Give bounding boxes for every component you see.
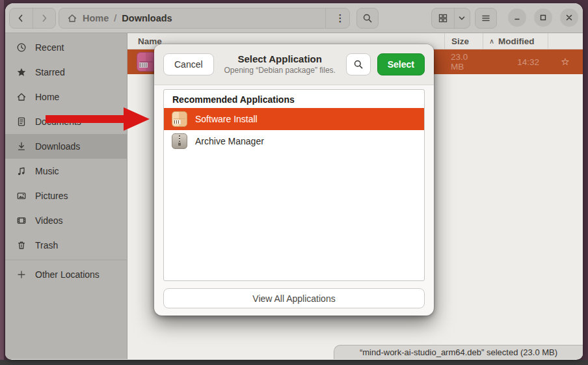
nav-button-group	[9, 8, 56, 29]
status-bar: “mind-work-ai-studio_arm64.deb” selected…	[334, 345, 583, 359]
close-button[interactable]	[560, 8, 578, 27]
sidebar-item-starred[interactable]: Starred	[5, 60, 127, 85]
sidebar-item-label: Pictures	[35, 191, 68, 201]
star-icon	[16, 67, 27, 77]
chevron-down-icon	[457, 13, 467, 23]
sidebar-item-recent[interactable]: Recent	[5, 35, 127, 60]
software-install-icon	[172, 111, 187, 127]
search-icon	[353, 59, 364, 70]
sidebar-item-pictures[interactable]: Pictures	[5, 183, 127, 208]
close-icon	[565, 13, 574, 22]
search-button[interactable]	[356, 8, 379, 29]
sidebar-item-videos[interactable]: Videos	[5, 208, 127, 233]
chevron-left-icon	[16, 13, 26, 23]
sidebar-item-label: Starred	[35, 67, 65, 77]
column-header-modified[interactable]: ∧ Modified	[483, 33, 548, 49]
search-icon	[362, 13, 373, 23]
dialog-body: Recommended Applications Software Instal…	[154, 85, 434, 281]
sidebar-item-label: Other Locations	[35, 269, 100, 280]
archive-manager-icon	[172, 133, 187, 149]
document-icon	[16, 116, 27, 127]
headerbar: Home / Downloads ⋮	[5, 3, 583, 33]
cancel-button[interactable]: Cancel	[163, 53, 214, 75]
star-outline-icon: ☆	[561, 56, 569, 67]
hamburger-icon	[481, 13, 491, 23]
breadcrumb-home-label: Home	[83, 13, 109, 23]
sidebar-item-music[interactable]: Music	[5, 159, 127, 183]
sidebar-item-trash[interactable]: Trash	[5, 233, 127, 258]
divider	[325, 8, 326, 29]
breadcrumb-separator: /	[114, 13, 116, 23]
home-icon	[16, 92, 27, 102]
breadcrumb: Home / Downloads ⋮	[59, 8, 350, 29]
film-icon	[16, 215, 27, 226]
dialog-subtitle: Opening “Debian package” files.	[220, 66, 340, 75]
grid-view-button[interactable]	[432, 8, 454, 28]
sidebar-item-label: Trash	[35, 240, 58, 250]
image-icon	[16, 191, 27, 201]
column-header-star	[548, 33, 583, 49]
sidebar-item-label: Videos	[35, 215, 63, 226]
desktop-edge	[0, 0, 4, 360]
sidebar-item-label: Music	[35, 166, 59, 176]
sidebar-item-other-locations[interactable]: Other Locations	[5, 262, 127, 287]
grid-icon	[438, 13, 448, 23]
music-note-icon	[16, 166, 27, 176]
hamburger-menu-button[interactable]	[475, 8, 497, 29]
select-application-dialog: Cancel Select Application Opening “Debia…	[154, 44, 434, 316]
sidebar: Recent Starred Home Documents Downloads …	[5, 33, 127, 359]
chevron-right-icon	[39, 13, 49, 23]
kebab-icon: ⋮	[336, 12, 345, 23]
plus-icon	[16, 269, 27, 280]
view-all-applications-button[interactable]: View All Applications	[163, 288, 425, 308]
select-button[interactable]: Select	[377, 53, 425, 75]
back-button[interactable]	[10, 8, 33, 28]
minimize-icon	[513, 13, 522, 22]
annotation-arrow	[39, 101, 156, 140]
maximize-button[interactable]	[534, 8, 552, 27]
sidebar-item-label: Recent	[35, 42, 64, 53]
app-row-software-install[interactable]: Software Install	[164, 108, 424, 130]
trash-icon	[16, 240, 27, 250]
breadcrumb-current[interactable]: Downloads	[122, 13, 172, 23]
star-toggle[interactable]: ☆	[548, 56, 583, 68]
home-icon	[67, 13, 77, 23]
dialog-search-button[interactable]	[346, 53, 371, 75]
forward-button[interactable]	[33, 8, 55, 28]
file-modified-cell: 14:32	[483, 57, 548, 67]
minimize-button[interactable]	[508, 8, 526, 27]
sort-ascending-icon: ∧	[489, 37, 494, 46]
app-name: Archive Manager	[195, 136, 264, 146]
status-text: “mind-work-ai-studio_arm64.deb” selected…	[360, 347, 557, 357]
recommended-section-header: Recommended Applications	[164, 90, 424, 108]
deb-package-icon	[137, 52, 156, 72]
view-toggle-group	[431, 8, 470, 29]
sidebar-separator	[5, 260, 127, 260]
download-icon	[16, 141, 27, 152]
column-header-size[interactable]: Size	[444, 33, 483, 49]
clock-icon	[16, 42, 27, 53]
dialog-title-block: Select Application Opening “Debian packa…	[220, 53, 340, 75]
application-list: Recommended Applications Software Instal…	[163, 89, 425, 281]
view-options-button[interactable]	[455, 8, 470, 28]
desktop-bottom-strip	[0, 360, 588, 365]
maximize-icon	[539, 13, 548, 22]
sidebar-item-label: Downloads	[35, 141, 80, 152]
path-menu-button[interactable]: ⋮	[331, 12, 349, 24]
app-row-archive-manager[interactable]: Archive Manager	[164, 130, 424, 152]
file-size-cell: 23.0 MB	[444, 52, 483, 72]
dialog-title: Select Application	[220, 53, 340, 66]
dialog-header: Cancel Select Application Opening “Debia…	[154, 44, 434, 85]
app-name: Software Install	[195, 114, 258, 124]
breadcrumb-home[interactable]: Home	[67, 13, 109, 23]
